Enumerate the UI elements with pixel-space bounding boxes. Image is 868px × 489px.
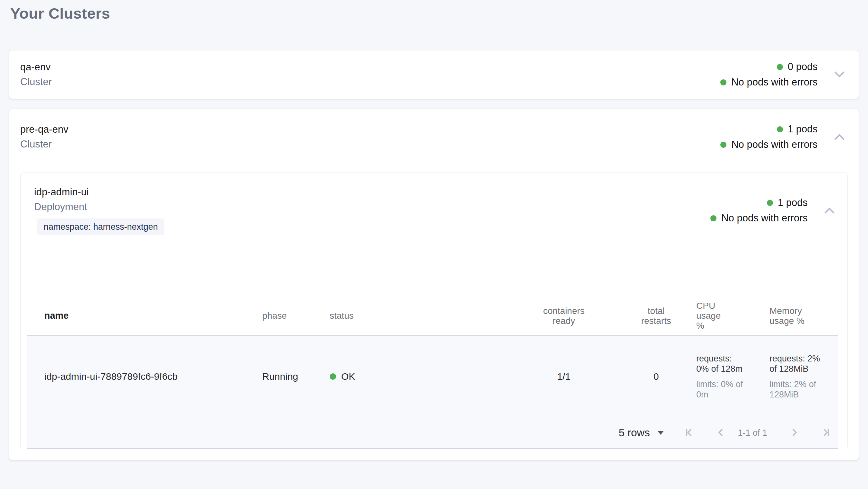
cluster-header-qa-env[interactable]: qa-env Cluster 0 pods No pods with error… xyxy=(20,61,848,88)
cluster-header-pre-qa-env[interactable]: pre-qa-env Cluster 1 pods No pods with e… xyxy=(20,123,848,151)
cpu-limits: limits: 0% of 0m xyxy=(696,379,745,400)
column-header-cpu-usage[interactable]: CPU usage % xyxy=(693,295,766,336)
pod-name-cell: idp-admin-ui-7889789fc6-9f6cb xyxy=(27,336,253,418)
memory-requests: requests: 2% of 128MiB xyxy=(770,353,822,374)
pod-containers-ready-cell: 1/1 xyxy=(508,336,619,418)
deployment-type: Deployment xyxy=(34,200,710,213)
expand-cluster-button[interactable] xyxy=(832,67,846,82)
memory-limits: limits: 2% of 128MiB xyxy=(770,379,822,400)
pods-errors-label: No pods with errors xyxy=(731,77,817,88)
chevron-left-icon xyxy=(716,427,726,438)
deployment-status-block: 1 pods No pods with errors xyxy=(710,197,808,224)
cluster-status-block: 1 pods No pods with errors xyxy=(720,123,817,150)
pods-count-label: 1 pods xyxy=(778,197,808,208)
cluster-card-pre-qa-env: pre-qa-env Cluster 1 pods No pods with e… xyxy=(9,109,859,460)
pods-ok-dot xyxy=(777,126,783,133)
first-page-button[interactable] xyxy=(684,427,695,438)
deployment-card-idp-admin-ui: idp-admin-ui Deployment namespace: harne… xyxy=(20,173,848,449)
pagination-range-label: 1-1 of 1 xyxy=(738,428,767,438)
collapse-cluster-button[interactable] xyxy=(832,130,846,144)
pod-status-cell: OK xyxy=(321,336,508,418)
pods-count-label: 1 pods xyxy=(788,123,817,135)
collapse-deployment-button[interactable] xyxy=(823,203,837,218)
last-page-icon xyxy=(820,427,831,438)
cluster-name: pre-qa-env xyxy=(20,123,720,136)
table-header-row: name phase status containers ready total… xyxy=(27,295,838,336)
previous-page-button[interactable] xyxy=(715,427,727,438)
table-row-pod: idp-admin-ui-7889789fc6-9f6cb Running OK… xyxy=(27,336,838,418)
pods-errors-label: No pods with errors xyxy=(721,212,808,224)
rows-per-page-value: 5 rows xyxy=(619,427,650,439)
page-title: Your Clusters xyxy=(10,4,859,23)
pod-phase-cell: Running xyxy=(253,336,321,418)
pods-errors-ok-dot xyxy=(720,79,726,85)
pods-count-status: 1 pods xyxy=(767,197,808,208)
chevron-up-icon xyxy=(824,206,836,214)
column-header-containers-ready[interactable]: containers ready xyxy=(508,295,619,336)
status-ok-label: OK xyxy=(341,371,355,382)
first-page-icon xyxy=(684,427,695,438)
deployment-name: idp-admin-ui xyxy=(34,186,710,199)
cluster-titles: pre-qa-env Cluster xyxy=(20,123,720,151)
cluster-status-block: 0 pods No pods with errors xyxy=(720,61,817,88)
pod-cpu-usage-cell: requests: 0% of 128m limits: 0% of 0m xyxy=(693,336,766,418)
cluster-type: Cluster xyxy=(20,76,720,88)
pods-count-status: 1 pods xyxy=(777,123,817,135)
pods-ok-dot xyxy=(777,64,783,70)
cpu-requests: requests: 0% of 128m xyxy=(696,353,745,374)
column-header-memory-usage[interactable]: Memory usage % xyxy=(766,295,838,336)
pods-errors-status: No pods with errors xyxy=(710,212,808,224)
pod-total-restarts-cell: 0 xyxy=(619,336,693,418)
last-page-button[interactable] xyxy=(820,427,831,438)
pods-errors-status: No pods with errors xyxy=(720,139,817,150)
pods-errors-status: No pods with errors xyxy=(720,77,817,88)
rows-per-page-select[interactable]: 5 rows xyxy=(619,427,664,439)
column-header-status[interactable]: status xyxy=(321,295,508,336)
column-header-phase[interactable]: phase xyxy=(253,295,321,336)
pods-count-status: 0 pods xyxy=(777,61,817,73)
namespace-chip: namespace: harness-nextgen xyxy=(37,219,164,235)
cluster-name: qa-env xyxy=(20,61,720,74)
cluster-titles: qa-env Cluster xyxy=(20,61,720,88)
your-clusters-page: Your Clusters qa-env Cluster 0 pods No p… xyxy=(0,0,868,460)
table-pagination: 5 rows xyxy=(27,418,838,448)
pod-memory-usage-cell: requests: 2% of 128MiB limits: 2% of 128… xyxy=(766,336,838,418)
chevron-down-icon xyxy=(833,70,845,79)
pods-table: name phase status containers ready total… xyxy=(27,295,838,449)
cluster-type: Cluster xyxy=(20,138,720,151)
chevron-up-icon xyxy=(833,133,845,141)
deployment-titles: idp-admin-ui Deployment namespace: harne… xyxy=(34,186,710,235)
chevron-right-icon xyxy=(789,427,799,438)
cluster-card-qa-env: qa-env Cluster 0 pods No pods with error… xyxy=(9,50,859,99)
status-ok-dot xyxy=(330,373,336,380)
column-header-name[interactable]: name xyxy=(27,295,253,336)
pods-errors-ok-dot xyxy=(710,215,716,221)
pods-ok-dot xyxy=(767,200,773,206)
pods-errors-label: No pods with errors xyxy=(731,139,817,150)
column-header-total-restarts[interactable]: total restarts xyxy=(619,295,693,336)
deployment-header[interactable]: idp-admin-ui Deployment namespace: harne… xyxy=(34,186,838,235)
next-page-button[interactable] xyxy=(788,427,800,438)
pods-count-label: 0 pods xyxy=(788,61,817,73)
caret-down-icon xyxy=(657,431,664,435)
pods-errors-ok-dot xyxy=(720,142,726,148)
